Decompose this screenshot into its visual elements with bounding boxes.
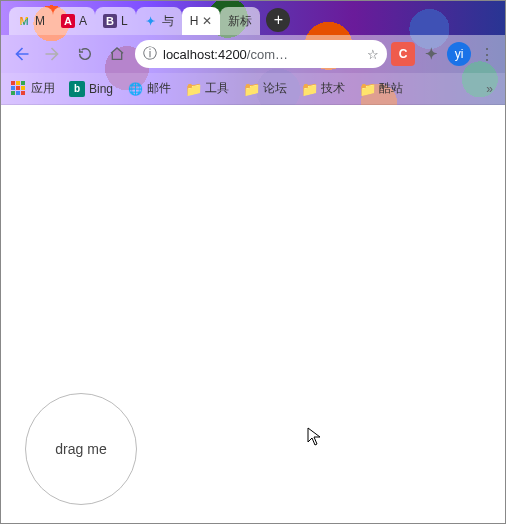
bookmarks-bar: 应用 b Bing 🌐 邮件 📁 工具 📁 论坛 📁 技术 📁 酷站 » [1,73,505,105]
avatar-text: yi [455,47,464,61]
apps-button[interactable]: 应用 [9,78,57,99]
address-bar[interactable]: ⓘ localhost:4200/com… ☆ [135,40,387,68]
bookmark-label: 论坛 [263,80,287,97]
star-icon[interactable]: ☆ [367,47,379,62]
bookmark-mail[interactable]: 🌐 邮件 [125,78,173,99]
tab-label: M [35,14,45,28]
home-button[interactable] [103,40,131,68]
tab-bootstrap[interactable]: B L [95,7,136,35]
close-icon[interactable]: ✕ [202,14,212,28]
bookmark-folder-tech[interactable]: 📁 技术 [299,78,347,99]
tab-label: 新标 [228,13,252,30]
url-path: /com… [247,47,288,62]
tab-active[interactable]: H ✕ [182,7,221,35]
bootstrap-icon: B [103,14,117,28]
bookmark-folder-forum[interactable]: 📁 论坛 [241,78,289,99]
folder-icon: 📁 [185,81,201,97]
tab-newpage[interactable]: 新标 [220,7,260,35]
folder-icon: 📁 [359,81,375,97]
page-content: drag me [1,105,505,523]
home-icon [109,46,125,62]
browser-toolbar: ⓘ localhost:4200/com… ☆ C ✦ yi ⋮ [1,35,505,73]
profile-avatar[interactable]: yi [447,42,471,66]
tab-label: A [79,14,87,28]
globe-icon: 🌐 [127,81,143,97]
folder-icon: 📁 [243,81,259,97]
tab-angular[interactable]: A A [53,7,95,35]
url-host: localhost [163,47,214,62]
forward-button[interactable] [39,40,67,68]
gmail-icon: M [17,14,31,28]
drag-label: drag me [55,441,106,457]
tab-label: H [190,14,199,28]
bookmark-label: 工具 [205,80,229,97]
reload-icon [77,46,93,62]
arrow-left-icon [12,45,30,63]
generic-blue-icon: ✦ [144,14,158,28]
info-icon[interactable]: ⓘ [143,45,157,63]
tab-blue[interactable]: ✦ 与 [136,7,182,35]
url-port: :4200 [214,47,247,62]
folder-icon: 📁 [301,81,317,97]
bing-icon: b [69,81,85,97]
apps-grid-icon [11,81,27,97]
tab-label: 与 [162,13,174,30]
bookmark-label: Bing [89,82,113,96]
reload-button[interactable] [71,40,99,68]
extensions-icon[interactable]: ✦ [419,42,443,66]
draggable-circle[interactable]: drag me [25,393,137,505]
bookmark-label: 邮件 [147,80,171,97]
chevron-right-icon: » [486,82,493,96]
plus-icon: + [274,11,283,29]
bookmarks-overflow-button[interactable]: » [482,82,497,96]
tab-strip: M M A A B L ✦ 与 H ✕ 新标 + [1,1,505,35]
mouse-cursor-icon [307,427,323,452]
tab-gmail[interactable]: M M [9,7,53,35]
bookmark-bing[interactable]: b Bing [67,79,115,99]
back-button[interactable] [7,40,35,68]
url-text: localhost:4200/com… [163,47,361,62]
bookmark-folder-cool[interactable]: 📁 酷站 [357,78,405,99]
arrow-right-icon [44,45,62,63]
bookmark-label: 技术 [321,80,345,97]
bookmark-label: 酷站 [379,80,403,97]
menu-button[interactable]: ⋮ [475,45,499,64]
bookmark-folder-tools[interactable]: 📁 工具 [183,78,231,99]
tab-label: L [121,14,128,28]
extension-c-icon[interactable]: C [391,42,415,66]
angular-icon: A [61,14,75,28]
new-tab-button[interactable]: + [266,8,290,32]
apps-label: 应用 [31,80,55,97]
